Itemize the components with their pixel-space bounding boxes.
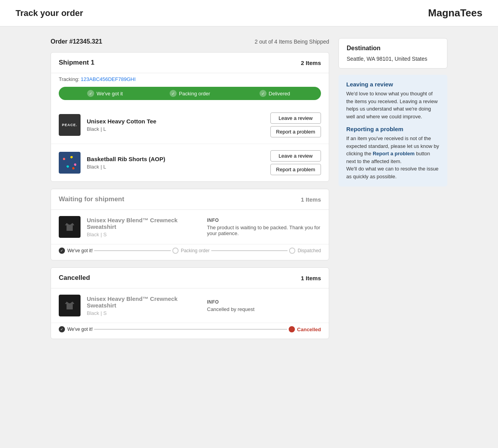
cancelled-step-2: Cancelled xyxy=(289,326,321,332)
reporting-body: If an item you've received is not of the… xyxy=(346,135,440,180)
waiting-step-circle-2 xyxy=(172,248,179,254)
waiting-step-line-1 xyxy=(94,250,170,251)
waiting-step-line-2 xyxy=(211,250,288,251)
shipment1-count: 2 Items xyxy=(301,60,321,66)
tee-graphic: PEACE. xyxy=(59,114,81,136)
step-got-it: ✓ We've got it xyxy=(63,90,147,97)
brand-logo: MagnaTees xyxy=(428,7,482,19)
destination-title: Destination xyxy=(347,45,439,52)
item-info-shorts: Basketball Rib Shorts (AOP) Black | L xyxy=(87,156,264,170)
cancelled-progress-row: ✓ We've got it! Cancelled xyxy=(51,323,329,339)
cancelled-step-1: ✓ We've got it! xyxy=(59,326,93,332)
item-info-sweat-cancelled: Unisex Heavy Blend™ Crewneck Sweatshirt … xyxy=(87,295,201,316)
order-meta: Order #12345.321 2 out of 4 Items Being … xyxy=(51,38,329,45)
item-row-shorts: Basketball Rib Shorts (AOP) Black | L Le… xyxy=(51,144,329,181)
shipment1-card: Shipment 1 2 Items Tracking: 123ABC456DE… xyxy=(51,52,329,182)
report-problem-button-tee[interactable]: Report a problem xyxy=(270,126,321,137)
item-name-sweat-waiting: Unisex Heavy Blend™ Crewneck Sweatshirt xyxy=(87,217,201,230)
shipment1-header: Shipment 1 2 Items xyxy=(51,53,329,73)
sidebar: Destination Seattle, WA 98101, United St… xyxy=(338,38,447,346)
waiting-step-circle-1: ✓ xyxy=(59,248,65,254)
item-actions-shorts: Leave a review Report a problem xyxy=(270,150,321,175)
leaving-review-title: Leaving a review xyxy=(346,81,440,88)
info-text-waiting: The product is waiting to be packed. Tha… xyxy=(207,225,321,236)
destination-card: Destination Seattle, WA 98101, United St… xyxy=(338,38,447,69)
waiting-step-1: ✓ We've got it! xyxy=(59,248,93,254)
leaving-review-body: We'd love to know what you thought of th… xyxy=(346,90,440,120)
cancelled-card: Cancelled 1 Items Unisex Heavy Blend™ Cr… xyxy=(51,267,329,339)
sweat-graphic-cancelled xyxy=(59,295,81,316)
sweat-graphic-waiting xyxy=(59,216,81,238)
waiting-count: 1 Items xyxy=(301,196,321,203)
item-row-tee: PEACE. Unisex Heavy Cotton Tee Black | L… xyxy=(51,106,329,144)
waiting-progress-row: ✓ We've got it! Packing order Dispatched xyxy=(51,244,329,260)
destination-address: Seattle, WA 98101, United States xyxy=(347,56,439,62)
check-icon-3: ✓ xyxy=(260,90,267,97)
order-number: Order #12345.321 xyxy=(51,38,102,45)
item-variant-sweat-waiting: Black | S xyxy=(87,232,201,237)
item-info-col-waiting: INFO The product is waiting to be packed… xyxy=(207,218,321,236)
waiting-step-3: Dispatched xyxy=(289,248,321,254)
check-icon-2: ✓ xyxy=(170,90,177,97)
waiting-header: Waiting for shipment 1 Items xyxy=(51,189,329,210)
report-problem-button-shorts[interactable]: Report a problem xyxy=(270,164,321,175)
shipment1-progress: ✓ We've got it ✓ Packing order ✓ Deliver… xyxy=(59,87,321,100)
item-variant-sweat-cancelled: Black | S xyxy=(87,310,201,316)
info-text-cancelled: Cancelled by request xyxy=(207,306,321,312)
cancelled-step-circle-1: ✓ xyxy=(59,326,65,332)
info-label-cancelled: INFO xyxy=(207,299,321,305)
item-name-sweat-cancelled: Unisex Heavy Blend™ Crewneck Sweatshirt xyxy=(87,295,201,309)
info-label-waiting: INFO xyxy=(207,218,321,223)
waiting-step-circle-3 xyxy=(289,248,295,254)
page-content: Order #12345.321 2 out of 4 Items Being … xyxy=(35,26,463,358)
cancelled-status-label: Cancelled xyxy=(297,327,321,332)
step-packing: ✓ Packing order xyxy=(147,90,232,97)
waiting-step-2: Packing order xyxy=(172,248,210,254)
reporting-highlight: Report a problem xyxy=(373,151,415,156)
item-row-sweat-waiting: Unisex Heavy Blend™ Crewneck Sweatshirt … xyxy=(51,210,329,244)
cancelled-header: Cancelled 1 Items xyxy=(51,268,329,288)
sidebar-info-card: Leaving a review We'd love to know what … xyxy=(338,75,447,186)
item-variant-tee: Black | L xyxy=(87,126,264,132)
leave-review-button-tee[interactable]: Leave a review xyxy=(270,112,321,124)
item-info-col-cancelled: INFO Cancelled by request xyxy=(207,299,321,312)
item-image-sweat-waiting xyxy=(59,216,81,238)
reporting-title: Reporting a problem xyxy=(346,126,440,132)
waiting-title: Waiting for shipment xyxy=(59,195,124,203)
item-info-sweat-waiting: Unisex Heavy Blend™ Crewneck Sweatshirt … xyxy=(87,217,201,237)
page-title: Track your order xyxy=(16,8,83,18)
item-name-shorts: Basketball Rib Shorts (AOP) xyxy=(87,156,264,162)
waiting-card: Waiting for shipment 1 Items Unisex Heav… xyxy=(51,189,329,260)
check-icon-1: ✓ xyxy=(87,90,94,97)
item-row-sweat-cancelled: Unisex Heavy Blend™ Crewneck Sweatshirt … xyxy=(51,288,329,323)
item-name-tee: Unisex Heavy Cotton Tee xyxy=(87,118,264,125)
item-image-shorts xyxy=(59,152,81,174)
cancelled-count: 1 Items xyxy=(301,275,321,281)
cancelled-title: Cancelled xyxy=(59,274,90,282)
main-content: Order #12345.321 2 out of 4 Items Being … xyxy=(51,38,329,346)
leave-review-button-shorts[interactable]: Leave a review xyxy=(270,150,321,162)
item-image-sweat-cancelled xyxy=(59,295,81,316)
item-image-tee: PEACE. xyxy=(59,114,81,136)
item-actions-tee: Leave a review Report a problem xyxy=(270,112,321,137)
item-info-tee: Unisex Heavy Cotton Tee Black | L xyxy=(87,118,264,132)
tracking-link[interactable]: 123ABC456DEF789GHI xyxy=(81,76,136,82)
cancelled-dot-icon xyxy=(289,326,295,332)
shorts-graphic xyxy=(59,152,81,174)
order-status: 2 out of 4 Items Being Shipped xyxy=(255,39,329,45)
item-variant-shorts: Black | L xyxy=(87,164,264,170)
tracking-label: Tracking: xyxy=(59,76,79,82)
shipment1-title: Shipment 1 xyxy=(59,59,95,67)
page-header: Track your order MagnaTees xyxy=(0,0,498,26)
step-delivered: ✓ Delivered xyxy=(232,90,317,97)
cancelled-step-line xyxy=(94,329,287,330)
tracking-row: Tracking: 123ABC456DEF789GHI xyxy=(51,73,329,87)
